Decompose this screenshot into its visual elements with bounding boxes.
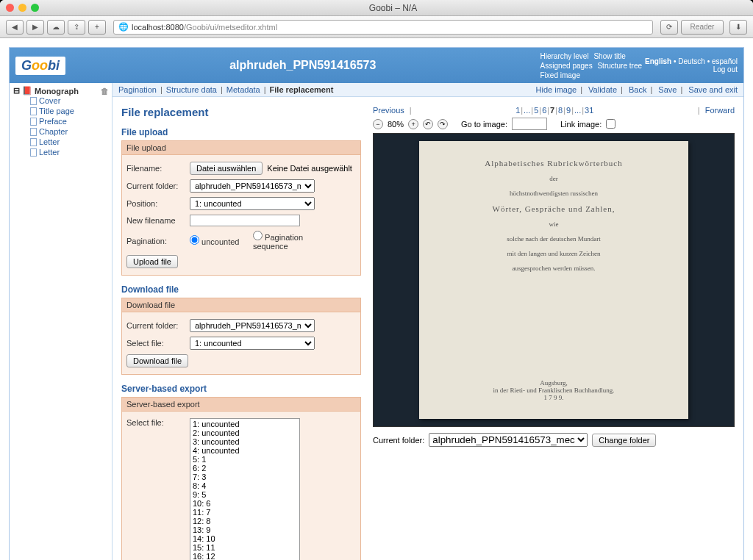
downloads-button[interactable]: ⬇ <box>729 20 747 35</box>
list-item[interactable]: 8: 4 <box>191 481 299 490</box>
link-structure[interactable]: Structure tree <box>597 62 642 70</box>
list-item[interactable]: 10: 6 <box>191 499 299 508</box>
action-back[interactable]: Back <box>629 85 646 94</box>
filename-label: Filename: <box>126 164 185 173</box>
pager-page[interactable]: 8 <box>558 106 563 115</box>
upload-panel-header: File upload <box>122 141 360 155</box>
link-fixed[interactable]: Fixed image <box>540 71 579 79</box>
lang-espanol[interactable]: español <box>712 57 738 65</box>
tab-pagination[interactable]: Pagination <box>118 85 157 94</box>
choose-file-button[interactable]: Datei auswählen <box>190 162 263 175</box>
link-showtitle[interactable]: Show title <box>593 52 625 60</box>
tab-metadata[interactable]: Metadata <box>226 85 260 94</box>
section-title: File replacement <box>121 106 361 118</box>
download-folder-label: Current folder: <box>126 321 185 330</box>
list-item[interactable]: 6: 2 <box>191 464 299 473</box>
logout-link[interactable]: Log out <box>713 65 738 73</box>
list-item[interactable]: 11: 7 <box>191 508 299 517</box>
tree-item[interactable]: Chapter <box>30 126 109 137</box>
link-checkbox[interactable] <box>606 119 615 129</box>
add-button[interactable]: + <box>88 20 106 35</box>
action-save-exit[interactable]: Save and exit <box>688 85 738 94</box>
maximize-window-button[interactable] <box>31 4 39 12</box>
download-button[interactable]: Download file <box>126 354 188 367</box>
action-validate[interactable]: Validate <box>588 85 617 94</box>
list-item[interactable]: 13: 9 <box>191 525 299 534</box>
back-button[interactable]: ◀ <box>6 20 24 35</box>
tree-item[interactable]: Letter <box>30 147 109 157</box>
header-links: Hierarchy level Show title Assigned page… <box>540 51 645 80</box>
list-item[interactable]: 2: uncounted <box>191 428 299 437</box>
list-item[interactable]: 9: 5 <box>191 490 299 499</box>
upload-folder-label: Current folder: <box>126 182 185 190</box>
icloud-button[interactable]: ☁ <box>47 20 65 35</box>
collapse-icon[interactable]: ⊟ <box>13 86 20 96</box>
newfilename-input[interactable] <box>190 215 300 226</box>
viewer-folder-select[interactable]: alphrudeh_PPN591416573_mec <box>429 433 588 447</box>
share-button[interactable]: ⇪ <box>68 20 85 35</box>
rotate-left-icon[interactable]: ↶ <box>423 119 433 129</box>
export-heading: Server-based export <box>121 384 361 394</box>
reader-button[interactable]: Reader <box>681 20 724 35</box>
list-item[interactable]: 1: uncounted <box>191 420 299 428</box>
tree-root-label[interactable]: Monograph <box>35 87 79 96</box>
image-tools: − 80% + ↶ ↷ Go to image: Link image: <box>373 118 735 130</box>
list-item[interactable]: 5: 1 <box>191 455 299 464</box>
export-panel-header: Server-based export <box>122 398 360 412</box>
tab-replacement[interactable]: File replacement <box>270 85 334 94</box>
list-item[interactable]: 14: 10 <box>191 534 299 543</box>
position-select[interactable]: 1: uncounted <box>190 197 315 210</box>
titlebar: Goobi – N/A <box>0 0 753 16</box>
pager-page[interactable]: 31 <box>585 106 593 115</box>
link-hierarchy[interactable]: Hierarchy level <box>540 52 588 60</box>
pager-prev[interactable]: Previous <box>373 106 404 115</box>
tree-item[interactable]: Title page <box>30 106 109 116</box>
pager-page[interactable]: 5 <box>534 106 538 115</box>
link-assigned[interactable]: Assigned pages <box>540 62 592 70</box>
url-path: /Goobi/ui/metseditor.xhtml <box>184 23 277 32</box>
goto-input[interactable] <box>512 118 547 130</box>
download-file-select[interactable]: 1: uncounted <box>190 337 315 350</box>
pager-page: ... <box>524 106 530 115</box>
close-window-button[interactable] <box>6 4 14 12</box>
tree-item[interactable]: Letter <box>30 137 109 147</box>
page-icon <box>30 107 37 115</box>
pager-page[interactable]: 7 <box>550 106 554 115</box>
zoom-out-icon[interactable]: − <box>373 119 383 129</box>
pager-page[interactable]: 1 <box>515 106 520 115</box>
action-save[interactable]: Save <box>658 85 677 94</box>
list-item[interactable]: 4: uncounted <box>191 446 299 455</box>
upload-button[interactable]: Upload file <box>126 255 178 268</box>
trash-icon[interactable]: 🗑 <box>101 87 109 96</box>
minimize-window-button[interactable] <box>18 4 26 12</box>
export-listbox[interactable]: 1: uncounted2: uncounted3: uncounted4: u… <box>190 418 300 560</box>
logo[interactable]: Goobi <box>15 57 65 75</box>
lang-deutsch[interactable]: Deutsch <box>678 57 705 65</box>
tree-item[interactable]: Cover <box>30 96 109 106</box>
browser-toolbar: ◀ ▶ ☁ ⇪ + 🌐 localhost:8080/Goobi/ui/mets… <box>0 16 753 38</box>
url-bar[interactable]: 🌐 localhost:8080/Goobi/ui/metseditor.xht… <box>113 20 653 35</box>
list-item[interactable]: 3: uncounted <box>191 437 299 446</box>
page-icon <box>30 148 37 157</box>
tree-item[interactable]: Preface <box>30 116 109 126</box>
upload-folder-select[interactable]: alphrudeh_PPN591416573_media <box>190 179 315 193</box>
download-folder-select[interactable]: alphrudeh_PPN591416573_media <box>190 319 315 332</box>
list-item[interactable]: 7: 3 <box>191 473 299 481</box>
tab-structure[interactable]: Structure data <box>166 85 217 94</box>
radio-uncounted[interactable]: uncounted <box>190 235 249 246</box>
radio-sequence[interactable]: Pagination sequence <box>253 231 312 251</box>
action-hide[interactable]: Hide image <box>536 85 577 94</box>
lang-english[interactable]: English <box>645 57 671 65</box>
list-item[interactable]: 16: 12 <box>191 552 299 560</box>
change-folder-button[interactable]: Change folder <box>592 434 656 447</box>
forward-button[interactable]: ▶ <box>26 20 44 35</box>
reload-button[interactable]: ⟳ <box>660 20 678 35</box>
list-item[interactable]: 12: 8 <box>191 517 299 525</box>
link-label: Link image: <box>560 120 602 129</box>
rotate-right-icon[interactable]: ↷ <box>438 119 448 129</box>
pager-page[interactable]: 9 <box>566 106 571 115</box>
pager-page[interactable]: 6 <box>542 106 546 115</box>
pager-forward[interactable]: Forward <box>705 106 735 115</box>
list-item[interactable]: 15: 11 <box>191 543 299 552</box>
zoom-in-icon[interactable]: + <box>408 119 418 129</box>
